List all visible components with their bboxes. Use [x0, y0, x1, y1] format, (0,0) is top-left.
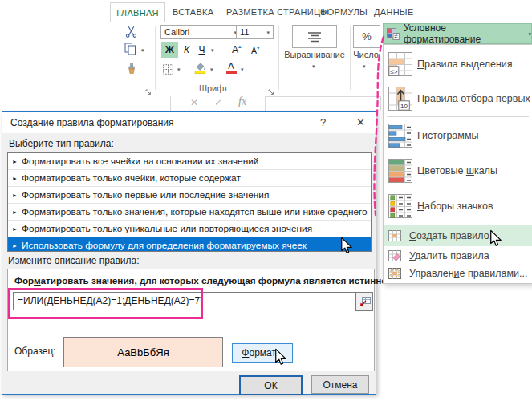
label-text: атировать значения, для которых следующа…	[41, 275, 396, 286]
font-color-bar	[226, 71, 237, 74]
underline-button[interactable]: Ч	[195, 42, 209, 58]
dialog-titlebar[interactable]: Создание правила форматирования ? ✕	[2, 112, 376, 133]
formula-annotation-box	[8, 288, 203, 319]
font-name-value: Calibri	[164, 27, 189, 37]
list-bullet-icon: ►	[12, 176, 18, 181]
fill-color-icon	[194, 62, 206, 75]
chevron-down-icon: ▾	[528, 31, 531, 37]
menu-item-label: Правила отбора первых	[417, 93, 530, 104]
font-color-button[interactable]: А	[225, 62, 237, 74]
scissors-icon	[125, 25, 137, 38]
menu-item-data-bars[interactable]: Гистограммы	[384, 118, 532, 153]
label-accel: м	[34, 275, 41, 286]
insert-function-icon[interactable]: fx	[238, 95, 246, 108]
label-accel: Н	[417, 200, 424, 212]
chevron-down-icon: ▾	[266, 30, 270, 35]
copy-dropdown-arrow[interactable]: ▾	[141, 47, 144, 53]
rule-type-option[interactable]: ►Форматировать только первые или последн…	[8, 187, 371, 204]
bold-button[interactable]: Ж	[161, 42, 178, 58]
annotation-callout-line	[361, 24, 397, 233]
label-text: аборы значков	[424, 200, 493, 212]
label-text: змените описание правила:	[15, 255, 140, 266]
shrink-font-button[interactable]: А▾	[251, 45, 260, 55]
menu-item-clear-rules[interactable]: Удалить правила	[384, 246, 532, 265]
alignment-dropdown-arrow[interactable]: ▾	[312, 63, 315, 69]
label-accel: и	[454, 268, 460, 279]
font-color-letter: А	[225, 62, 237, 71]
menu-item-label: Гистограммы	[417, 130, 478, 141]
alignment-button[interactable]	[292, 25, 337, 48]
copy-button[interactable]	[124, 43, 136, 59]
label-text: Вы	[9, 138, 22, 149]
menu-item-top-bottom-rules[interactable]: 10 Правила отбора первых	[384, 82, 532, 115]
italic-button[interactable]: К	[180, 42, 193, 58]
label-text: далить правила	[415, 250, 489, 261]
rule-type-option[interactable]: ►Форматировать только уникальные или пов…	[8, 221, 371, 237]
list-bullet-icon: ►	[12, 209, 18, 215]
cancel-button[interactable]: Отмена	[311, 375, 369, 394]
new-formatting-rule-dialog: Создание правила форматирования ? ✕ Выбе…	[2, 111, 376, 395]
menu-item-new-rule[interactable]: Создать правило...	[384, 225, 532, 246]
rule-type-option-selected[interactable]: ►Использовать формулу для определения фо…	[8, 237, 371, 252]
rule-type-text: Использовать формулу для определения фор…	[22, 240, 307, 251]
tab-formulas[interactable]: ФОРМУЛЫ	[320, 6, 368, 18]
collapse-range-icon	[358, 295, 371, 308]
collapse-range-button[interactable]	[355, 292, 373, 311]
ok-button[interactable]: ОК	[239, 375, 303, 395]
conditional-formatting-button[interactable]: ≠ Условное форматирование ▾	[383, 23, 532, 44]
clipboard-dialog-launcher[interactable]	[145, 84, 152, 99]
help-button[interactable]: ?	[320, 116, 326, 128]
tab-data[interactable]: ДАННЫЕ	[374, 6, 414, 18]
manage-rules-icon	[388, 267, 401, 280]
font-name-combo[interactable]: Calibri ▾	[160, 25, 241, 39]
menu-item-highlight-cells-rules[interactable]: ≤> Правила выделения	[384, 47, 532, 82]
group-separator	[278, 26, 279, 90]
label-text: Цветовые	[417, 165, 466, 176]
font-size-combo[interactable]: 11 ▾	[236, 25, 274, 39]
rule-type-text: Форматировать только значения, которые н…	[22, 206, 368, 217]
formula-caption: Форматировать значения, для которых след…	[14, 275, 396, 286]
fill-color-button[interactable]	[194, 62, 206, 78]
underline-dropdown-arrow[interactable]: ▾	[211, 47, 214, 53]
label-text: равила отбора первых	[424, 93, 530, 104]
label-text: калы	[474, 165, 497, 176]
borders-dropdown-arrow[interactable]: ▾	[177, 67, 181, 72]
label-text: е правилами...	[460, 268, 528, 279]
tab-home[interactable]: ГЛАВНАЯ	[110, 2, 165, 22]
fill-color-dropdown-arrow[interactable]: ▾	[210, 67, 213, 72]
formula-cancel-icon[interactable]: ✕	[190, 97, 198, 108]
label-accel: П	[417, 59, 424, 70]
rule-type-option[interactable]: ►Форматировать все ячейки на основании и…	[8, 153, 371, 170]
grow-font-button[interactable]: А▴	[232, 43, 242, 55]
name-box-border	[170, 96, 171, 111]
triangle-down-icon: ▾	[257, 45, 260, 51]
rule-type-text: Форматировать все ячейки на основании их…	[22, 156, 258, 167]
formula-enter-icon[interactable]: ✓	[214, 97, 222, 108]
edit-description-label: Измените описание правила:	[8, 255, 140, 266]
ten-badge: 10	[400, 103, 408, 110]
grow-font-letter: А	[232, 44, 238, 55]
rule-description-groupbox: Форматировать значения, для которых след…	[7, 269, 375, 371]
menu-separator	[387, 116, 529, 117]
label-accel: С	[409, 230, 416, 241]
tab-insert[interactable]: ВСТАВКА	[173, 6, 213, 18]
label-accel: ш	[466, 165, 474, 176]
dialog-title: Создание правила форматирования	[10, 117, 174, 128]
sample-label: Образец:	[14, 346, 56, 357]
menu-item-color-scales[interactable]: Цветовые шкалы	[384, 153, 532, 188]
format-painter-icon	[125, 63, 138, 75]
sample-preview: АаВbБбЯя	[63, 337, 223, 367]
borders-button[interactable]	[163, 63, 173, 78]
cut-button[interactable]	[125, 25, 137, 41]
rule-type-option[interactable]: ►Форматировать только ячейки, которые со…	[8, 170, 371, 187]
font-color-dropdown-arrow[interactable]: ▾	[241, 67, 244, 72]
group-separator	[225, 43, 225, 56]
rule-type-text: Форматировать только ячейки, которые сод…	[22, 172, 241, 184]
format-painter-button[interactable]	[125, 63, 138, 78]
conditional-formatting-label: Условное форматирование	[404, 22, 526, 45]
menu-item-icon-sets[interactable]: Наборы значков	[384, 188, 532, 224]
rule-type-option[interactable]: ►Форматировать только значения, которые …	[8, 204, 371, 221]
menu-item-manage-rules[interactable]: Управление правилами...	[384, 265, 532, 282]
mouse-cursor	[274, 348, 288, 367]
tab-page-layout[interactable]: РАЗМЕТКА СТРАНИЦЫ	[226, 6, 329, 18]
